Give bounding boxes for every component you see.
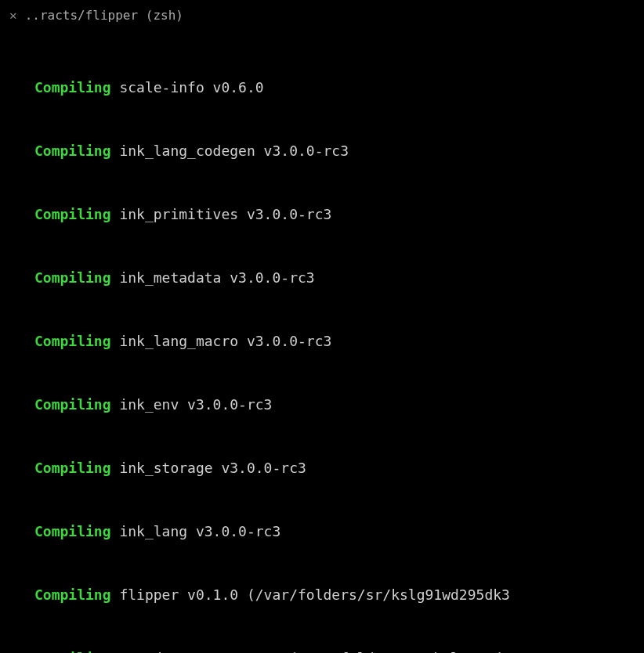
compiling-label: Compiling	[34, 523, 111, 539]
close-icon[interactable]: ✕	[9, 6, 17, 25]
compiling-label: Compiling	[34, 460, 111, 476]
compiling-label: Compiling	[34, 79, 111, 96]
compiling-label: Compiling	[34, 396, 111, 413]
compiling-item: ink_lang_macro v3.0.0-rc3	[119, 333, 331, 349]
compiling-label: Compiling	[34, 586, 111, 603]
compiling-label: Compiling	[34, 650, 111, 653]
terminal-output[interactable]: Compiling scale-info v0.6.0 Compiling in…	[0, 31, 644, 653]
compiling-item: ink_primitives v3.0.0-rc3	[119, 206, 331, 222]
compiling-item: ink_storage v3.0.0-rc3	[119, 460, 306, 476]
compiling-item: flipper v0.1.0 (/var/folders/sr/kslg91wd…	[119, 586, 510, 603]
compiling-item: metadata-gen v0.1.0 (/var/folders/sr/ksl…	[119, 650, 510, 653]
compiling-item: ink_metadata v3.0.0-rc3	[119, 269, 314, 286]
compiling-item: scale-info v0.6.0	[119, 79, 263, 96]
compiling-label: Compiling	[34, 143, 111, 159]
compiling-label: Compiling	[34, 333, 111, 349]
titlebar: ✕ ..racts/flipper (zsh)	[0, 0, 644, 31]
compiling-item: ink_lang_codegen v3.0.0-rc3	[119, 143, 349, 159]
compiling-item: ink_lang v3.0.0-rc3	[119, 523, 280, 539]
compiling-label: Compiling	[34, 269, 111, 286]
compiling-label: Compiling	[34, 206, 111, 222]
compiling-item: ink_env v3.0.0-rc3	[119, 396, 272, 413]
tab-title[interactable]: ..racts/flipper (zsh)	[25, 6, 183, 25]
